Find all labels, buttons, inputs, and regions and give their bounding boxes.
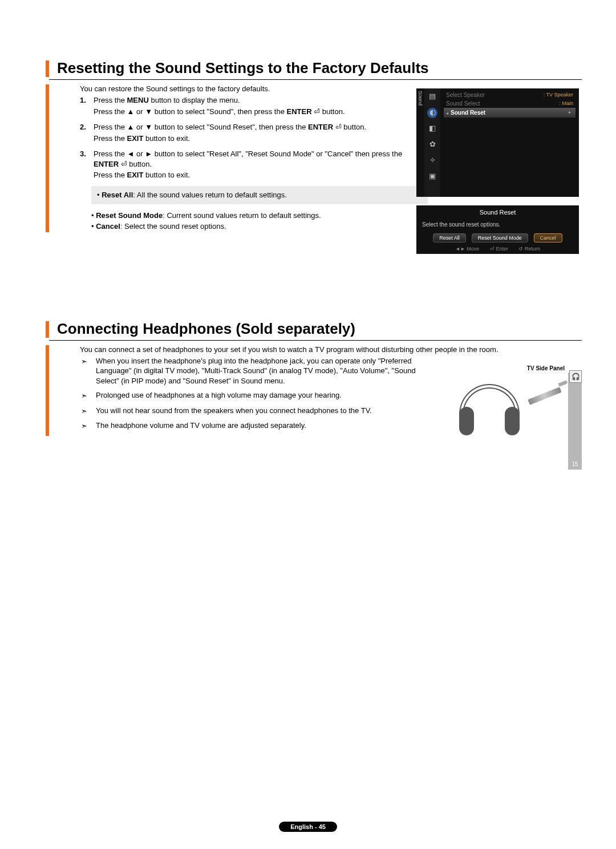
section-2-title: Connecting Headphones (Sold separately) xyxy=(57,318,582,338)
notes-list: ➣ When you insert the headphone's plug i… xyxy=(81,356,429,431)
section-1-title: Resetting the Sound Settings to the Fact… xyxy=(57,57,582,77)
osd-sound-reset-dialog: Sound Reset Select the sound reset optio… xyxy=(416,205,579,254)
osd2-foot-return: ↺ Return xyxy=(518,246,540,252)
option-reset-all-label: Reset All xyxy=(102,191,133,199)
step-2-line1-c: ⏎ button. xyxy=(333,123,366,131)
manual-page: Resetting the Sound Settings to the Fact… xyxy=(0,0,616,849)
section-2-intro: You can connect a set of headphones to y… xyxy=(80,345,570,354)
step-3-line2-c: button to exit. xyxy=(143,171,190,179)
osd2-subtitle: Select the sound reset options. xyxy=(422,221,573,228)
option-reset-all-text: : All the sound values return to default… xyxy=(133,191,287,199)
osd-sound-reset-label: Sound Reset xyxy=(451,110,485,116)
note-3: ➣ You will not hear sound from the speak… xyxy=(81,406,429,417)
osd-menu-list: Select Speaker : TV Speaker Sound Select… xyxy=(440,88,579,197)
osd2-footer: ◄► Move ⏎ Enter ↺ Return xyxy=(422,246,573,252)
osd-sound-select-label: Sound Select xyxy=(446,100,480,107)
step-1: 1. Press the MENU button to display the … xyxy=(80,95,422,118)
step-3-line1-a: Press the ◄ or ► button to select "Reset… xyxy=(94,149,402,158)
left-arrow-icon: ◂ xyxy=(446,111,451,116)
note-mark-icon: ➣ xyxy=(81,356,96,386)
note-1-text: When you insert the headphone's plug int… xyxy=(96,356,429,386)
earcup-right-icon xyxy=(505,407,520,435)
step-1-text-c: button to display the menu. xyxy=(149,96,240,104)
reset-all-button[interactable]: Reset All xyxy=(433,233,466,242)
option-cancel-label: Cancel xyxy=(96,222,120,231)
headphone-illustration: 🎧 15 xyxy=(442,373,582,452)
step-2-line1-a: Press the ▲ or ▼ button to select "Sound… xyxy=(94,123,308,131)
section-2-body-accent xyxy=(46,345,49,436)
step-1-menu-label: MENU xyxy=(127,96,149,104)
body-accent-bar xyxy=(46,84,49,232)
panel-number-label: 15 xyxy=(568,461,582,467)
option-cancel-text: : Select the sound reset options. xyxy=(120,222,226,231)
section-2-divider xyxy=(49,340,582,341)
note-4-text: The headphone volume and TV volume are a… xyxy=(96,421,306,431)
step-2-exit-label: EXIT xyxy=(127,134,144,143)
page-number: English - 45 xyxy=(279,822,337,832)
step-2-number: 2. xyxy=(80,122,94,144)
plug-body-icon xyxy=(528,387,561,405)
reset-sound-mode-button[interactable]: Reset Sound Mode xyxy=(472,233,528,242)
application-tab-icon[interactable]: ▣ xyxy=(427,172,437,182)
step-1-body: Press the MENU button to display the men… xyxy=(94,95,345,118)
step-2-line2-c: button to exit. xyxy=(143,134,190,143)
option-reset-all-box: • Reset All: All the sound values return… xyxy=(91,186,428,204)
osd-row-sound-reset[interactable]: ◂Sound Reset ▸ xyxy=(444,108,576,118)
section-1-divider xyxy=(49,79,582,80)
step-2: 2. Press the ▲ or ▼ button to select "So… xyxy=(80,122,422,144)
note-4: ➣ The headphone volume and TV volume are… xyxy=(81,421,429,431)
setup-tab-icon[interactable]: ✿ xyxy=(427,140,437,150)
tv-side-panel-strip: 🎧 15 xyxy=(568,373,582,470)
earcup-left-icon xyxy=(459,407,474,435)
step-2-body: Press the ▲ or ▼ button to select "Sound… xyxy=(94,122,366,144)
headphone-figure: TV Side Panel 🎧 15 xyxy=(442,365,582,452)
note-3-text: You will not hear sound from the speaker… xyxy=(96,406,372,417)
option-reset-sound-mode-label: Reset Sound Mode xyxy=(96,211,163,220)
step-2-enter-label: ENTER xyxy=(308,123,333,131)
osd2-title: Sound Reset xyxy=(422,209,573,216)
section-2-accent-bar xyxy=(46,321,49,338)
picture-tab-icon[interactable]: ▤ xyxy=(427,92,437,102)
osd2-foot-move: ◄► Move xyxy=(455,246,479,252)
right-arrow-icon: ▸ xyxy=(569,110,573,116)
step-3-line1-c: ⏎ button. xyxy=(119,160,152,168)
note-1: ➣ When you insert the headphone's plug i… xyxy=(81,356,429,386)
step-1-text-a: Press the xyxy=(94,96,127,104)
step-1-line2-a: Press the ▲ or ▼ button to select "Sound… xyxy=(94,107,286,116)
osd-select-speaker-label: Select Speaker xyxy=(446,92,485,98)
section-accent-bar xyxy=(46,60,49,77)
option-other-list: • Reset Sound Mode: Current sound values… xyxy=(91,210,422,232)
step-1-number: 1. xyxy=(80,95,94,118)
channel-tab-icon[interactable]: ◧ xyxy=(427,124,437,134)
note-mark-icon: ➣ xyxy=(81,421,96,431)
step-1-enter-label: ENTER xyxy=(286,107,311,116)
osd2-options-row: Reset All Reset Sound Mode Cancel xyxy=(422,233,573,242)
step-3-enter-label: ENTER xyxy=(94,160,119,168)
step-3-body: Press the ◄ or ► button to select "Reset… xyxy=(94,149,422,181)
osd-row-sound-select[interactable]: Sound Select : Main xyxy=(444,99,576,108)
sound-tab-icon[interactable]: ◐ xyxy=(427,108,437,118)
headphone-port-icon: 🎧 xyxy=(569,370,582,383)
figure-caption: TV Side Panel xyxy=(442,365,582,371)
section-1: Resetting the Sound Settings to the Fact… xyxy=(46,57,582,77)
step-2-line2-a: Press the xyxy=(94,134,127,143)
step-3-exit-label: EXIT xyxy=(127,171,144,179)
step-3-line2-a: Press the xyxy=(94,171,127,179)
step-list: 1. Press the MENU button to display the … xyxy=(80,95,422,181)
cancel-button[interactable]: Cancel xyxy=(534,233,562,242)
option-reset-sound-mode-text: : Current sound values return to default… xyxy=(163,211,321,220)
osd-row-select-speaker[interactable]: Select Speaker : TV Speaker xyxy=(444,91,576,99)
note-2-text: Prolonged use of headphones at a high vo… xyxy=(96,390,342,401)
osd-sidebar-icons: ▤ ◐ ◧ ✿ ✧ ▣ xyxy=(424,88,440,197)
input-tab-icon[interactable]: ✧ xyxy=(427,156,437,166)
note-mark-icon: ➣ xyxy=(81,406,96,417)
plug-tip-icon xyxy=(558,380,568,387)
step-3: 3. Press the ◄ or ► button to select "Re… xyxy=(80,149,422,181)
note-2: ➣ Prolonged use of headphones at a high … xyxy=(81,390,429,401)
step-3-number: 3. xyxy=(80,149,94,181)
note-mark-icon: ➣ xyxy=(81,390,96,401)
osd-sound-menu: Sound ▤ ◐ ◧ ✿ ✧ ▣ Select Speaker : TV Sp… xyxy=(416,88,579,197)
osd-side-label: Sound xyxy=(416,88,424,197)
step-1-line2-c: ⏎ button. xyxy=(312,107,345,116)
osd-select-speaker-value: : TV Speaker xyxy=(544,92,573,98)
